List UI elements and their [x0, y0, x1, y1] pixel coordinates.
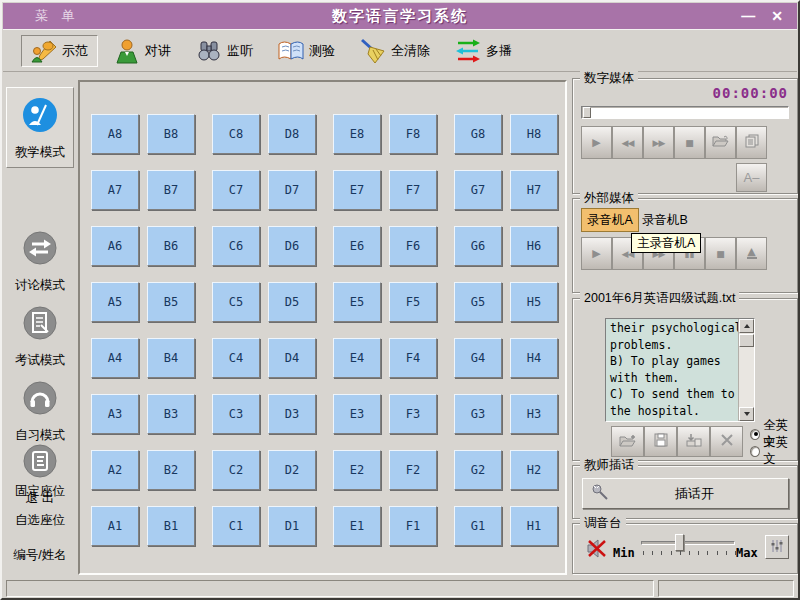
seat-button-B2[interactable]: B2 [147, 450, 195, 490]
toolbar-button-intercom[interactable]: 对讲 [105, 35, 180, 67]
seat-button-H2[interactable]: H2 [510, 450, 558, 490]
seat-button-E3[interactable]: E3 [333, 394, 381, 434]
dm-play-button[interactable]: ▶ [581, 126, 612, 159]
seat-button-H4[interactable]: H4 [510, 338, 558, 378]
close-button[interactable]: ✕ [771, 9, 783, 23]
seat-button-B5[interactable]: B5 [147, 282, 195, 322]
dm-rewind-button[interactable]: ◀◀ [612, 126, 643, 159]
seat-button-C6[interactable]: C6 [212, 226, 260, 266]
toolbar-button-multicast[interactable]: 多播 [446, 35, 521, 67]
seat-button-A4[interactable]: A4 [91, 338, 139, 378]
seat-button-D7[interactable]: D7 [268, 170, 316, 210]
volume-slider-thumb[interactable] [675, 534, 684, 551]
toolbar-button-demo[interactable]: 示范 [21, 35, 98, 67]
em-stop-button[interactable]: ■ [705, 237, 736, 270]
media-progress-slider[interactable] [581, 106, 789, 119]
seat-button-G4[interactable]: G4 [454, 338, 502, 378]
seat-button-B4[interactable]: B4 [147, 338, 195, 378]
seat-button-A6[interactable]: A6 [91, 226, 139, 266]
em-eject-button[interactable]: ▲ [736, 237, 767, 270]
scroll-thumb[interactable] [739, 334, 754, 347]
seat-button-H6[interactable]: H6 [510, 226, 558, 266]
seat-button-C5[interactable]: C5 [212, 282, 260, 322]
seat-button-F1[interactable]: F1 [389, 506, 437, 546]
file-open-button[interactable] [611, 426, 644, 457]
seat-button-C2[interactable]: C2 [212, 450, 260, 490]
seat-button-F3[interactable]: F3 [389, 394, 437, 434]
seat-button-D5[interactable]: D5 [268, 282, 316, 322]
seat-button-E5[interactable]: E5 [333, 282, 381, 322]
seat-button-F4[interactable]: F4 [389, 338, 437, 378]
toolbar-button-monitor[interactable]: 监听 [187, 35, 262, 67]
volume-slider-track[interactable] [641, 541, 735, 545]
seat-button-B8[interactable]: B8 [147, 114, 195, 154]
seat-button-A3[interactable]: A3 [91, 394, 139, 434]
dm-font-size-button[interactable]: A– [736, 163, 767, 192]
exam-textarea[interactable]: their psychologicalproblems.B) To play g… [605, 318, 755, 422]
seat-button-D6[interactable]: D6 [268, 226, 316, 266]
seat-button-G5[interactable]: G5 [454, 282, 502, 322]
mute-speaker-icon[interactable] [585, 536, 609, 564]
dm-open-file-button[interactable] [705, 126, 736, 159]
seat-button-G2[interactable]: G2 [454, 450, 502, 490]
sidebar-link-choose-seats[interactable]: 自选座位 [3, 512, 77, 529]
sidebar-item-exam-mode[interactable]: 考试模式 [8, 304, 72, 369]
dm-fast-forward-button[interactable]: ▶▶ [643, 126, 674, 159]
seat-button-C4[interactable]: C4 [212, 338, 260, 378]
mixer-panel-button[interactable] [765, 535, 789, 559]
seat-button-C7[interactable]: C7 [212, 170, 260, 210]
seat-button-H7[interactable]: H7 [510, 170, 558, 210]
seat-button-H5[interactable]: H5 [510, 282, 558, 322]
radio-chinese-english[interactable]: 中英文 [750, 443, 797, 459]
seat-button-E1[interactable]: E1 [333, 506, 381, 546]
seat-button-D8[interactable]: D8 [268, 114, 316, 154]
seat-button-G6[interactable]: G6 [454, 226, 502, 266]
menu-button[interactable]: 菜 单 [35, 7, 80, 25]
seat-button-E8[interactable]: E8 [333, 114, 381, 154]
seat-button-G8[interactable]: G8 [454, 114, 502, 154]
tab-recorder-b[interactable]: 录音机B [637, 208, 693, 232]
media-progress-thumb[interactable] [583, 107, 591, 118]
seat-button-D3[interactable]: D3 [268, 394, 316, 434]
seat-button-D2[interactable]: D2 [268, 450, 316, 490]
seat-button-B7[interactable]: B7 [147, 170, 195, 210]
file-import-button[interactable] [677, 426, 710, 457]
seat-button-F6[interactable]: F6 [389, 226, 437, 266]
toolbar-button-clear-all[interactable]: 全清除 [351, 35, 439, 67]
sidebar-item-teaching-mode[interactable]: 教学模式 [6, 87, 74, 168]
dm-copy-button[interactable] [736, 126, 767, 159]
seat-button-A2[interactable]: A2 [91, 450, 139, 490]
seat-button-H1[interactable]: H1 [510, 506, 558, 546]
seat-button-G3[interactable]: G3 [454, 394, 502, 434]
sidebar-item-discussion-mode[interactable]: 讨论模式 [8, 229, 72, 294]
scroll-up-button[interactable] [739, 319, 754, 333]
seat-button-E6[interactable]: E6 [333, 226, 381, 266]
seat-button-F5[interactable]: F5 [389, 282, 437, 322]
seat-button-D4[interactable]: D4 [268, 338, 316, 378]
seat-button-D1[interactable]: D1 [268, 506, 316, 546]
seat-button-B1[interactable]: B1 [147, 506, 195, 546]
seat-button-C1[interactable]: C1 [212, 506, 260, 546]
file-delete-button[interactable] [710, 426, 743, 457]
em-play-button[interactable]: ▶ [581, 237, 612, 270]
file-save-button[interactable] [644, 426, 677, 457]
sidebar-item-selfstudy-mode[interactable]: 自习模式 [8, 379, 72, 444]
talk-on-button[interactable]: 插话开 [582, 478, 789, 509]
seat-button-C3[interactable]: C3 [212, 394, 260, 434]
textarea-scrollbar[interactable] [738, 319, 754, 421]
seat-button-B6[interactable]: B6 [147, 226, 195, 266]
scroll-down-button[interactable] [739, 407, 754, 421]
seat-button-F7[interactable]: F7 [389, 170, 437, 210]
seat-button-E7[interactable]: E7 [333, 170, 381, 210]
seat-button-C8[interactable]: C8 [212, 114, 260, 154]
seat-button-F2[interactable]: F2 [389, 450, 437, 490]
seat-button-A1[interactable]: A1 [91, 506, 139, 546]
seat-button-G1[interactable]: G1 [454, 506, 502, 546]
seat-button-A8[interactable]: A8 [91, 114, 139, 154]
seat-button-G7[interactable]: G7 [454, 170, 502, 210]
minimize-button[interactable]: — [741, 9, 755, 23]
dm-stop-button[interactable]: ■ [674, 126, 705, 159]
seat-button-F8[interactable]: F8 [389, 114, 437, 154]
sidebar-link-fixed-seats[interactable]: 固定座位 [3, 483, 77, 500]
sidebar-link-number-name[interactable]: 编号/姓名 [3, 547, 77, 564]
